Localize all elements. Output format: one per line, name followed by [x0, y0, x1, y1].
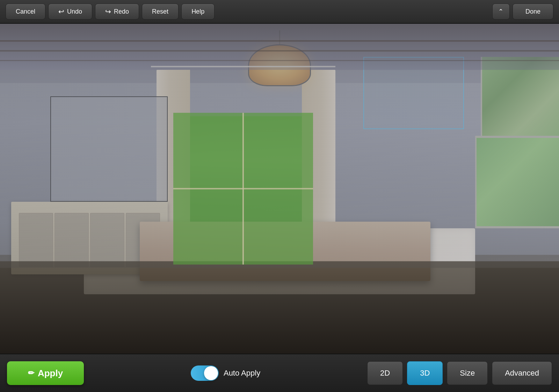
help-label: Help — [191, 8, 204, 15]
cabinet-door-3 — [90, 213, 124, 267]
undo-icon: ↩ — [58, 7, 64, 16]
blue-selection-overlay[interactable] — [363, 57, 464, 130]
bottom-toolbar: ✏ Apply Auto Apply 2D 3D Size Advanced — [0, 354, 559, 392]
chevron-up-icon: ⌃ — [498, 8, 503, 15]
mode-3d-label: 3D — [420, 369, 430, 378]
dining-table — [140, 222, 430, 281]
mode-3d-button[interactable]: 3D — [407, 361, 443, 385]
chandelier-body — [248, 44, 311, 86]
mode-2d-button[interactable]: 2D — [367, 361, 403, 385]
size-button[interactable]: Size — [447, 361, 488, 385]
collapse-button[interactable]: ⌃ — [492, 3, 510, 20]
scene-area[interactable] — [0, 24, 559, 354]
wall-frame[interactable] — [50, 96, 168, 202]
auto-apply-area: Auto Apply — [191, 365, 260, 381]
auto-apply-label: Auto Apply — [224, 369, 260, 378]
cabinet-door-2 — [55, 213, 89, 267]
reset-button[interactable]: Reset — [142, 3, 179, 20]
done-label: Done — [525, 8, 540, 15]
chandelier — [248, 30, 311, 86]
undo-label: Undo — [67, 8, 82, 15]
cabinet-door-1 — [19, 213, 53, 267]
chandelier-chain — [279, 30, 280, 44]
cancel-button[interactable]: Cancel — [6, 3, 45, 20]
apply-button[interactable]: ✏ Apply — [7, 361, 84, 385]
advanced-button[interactable]: Advanced — [492, 361, 552, 385]
redo-button[interactable]: ↪ Redo — [95, 3, 139, 20]
reset-label: Reset — [152, 8, 168, 15]
size-label: Size — [460, 369, 475, 378]
redo-icon: ↪ — [105, 7, 111, 16]
sideboard-doors — [19, 213, 160, 267]
mode-2d-label: 2D — [380, 369, 390, 378]
redo-label: Redo — [114, 8, 129, 15]
top-toolbar: Cancel ↩ Undo ↪ Redo Reset Help ⌃ Done — [0, 0, 559, 24]
help-button[interactable]: Help — [181, 3, 215, 20]
window-right-mid — [475, 136, 559, 228]
auto-apply-toggle[interactable] — [191, 365, 219, 381]
pencil-icon: ✏ — [28, 369, 34, 378]
apply-label: Apply — [38, 368, 63, 379]
toggle-knob — [204, 366, 218, 380]
cancel-label: Cancel — [16, 8, 35, 15]
done-button[interactable]: Done — [513, 3, 553, 20]
undo-button[interactable]: ↩ Undo — [48, 3, 92, 20]
advanced-label: Advanced — [505, 369, 539, 377]
